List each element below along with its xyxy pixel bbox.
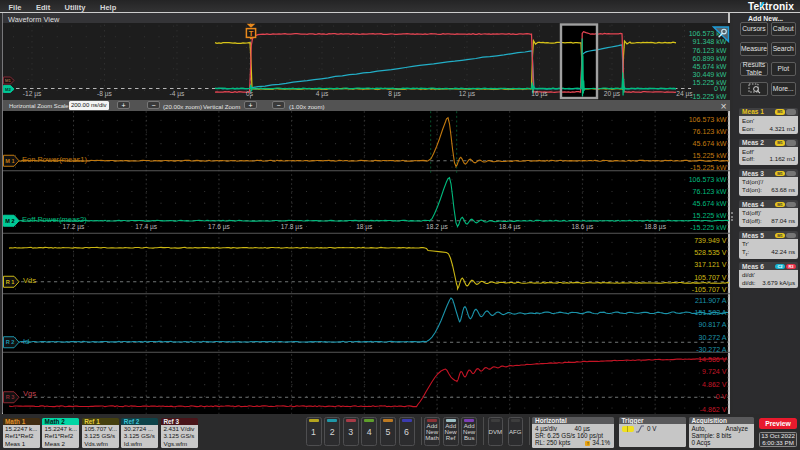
- svg-text:R 1: R 1: [6, 279, 15, 285]
- svg-text:T: T: [249, 28, 254, 37]
- svg-text:M1: M1: [5, 78, 11, 83]
- svg-text:M 1: M 1: [5, 158, 14, 164]
- svg-text:M2: M2: [5, 86, 11, 91]
- svg-text:R 3: R 3: [6, 394, 15, 400]
- svg-text:R 2: R 2: [6, 339, 15, 345]
- svg-text:M 2: M 2: [5, 218, 14, 224]
